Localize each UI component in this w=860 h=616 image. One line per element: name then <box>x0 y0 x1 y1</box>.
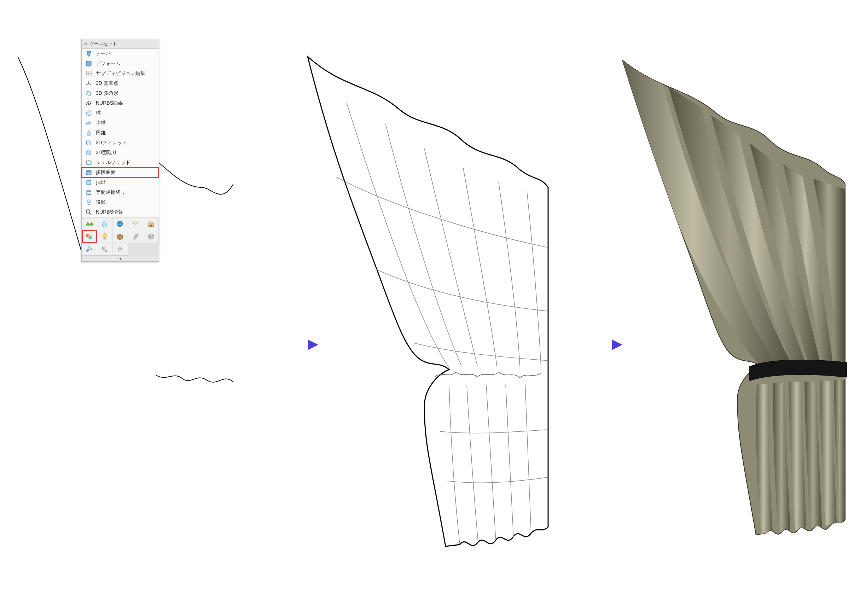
curtain-wireframe <box>293 50 562 555</box>
tool-label: 抽出 <box>96 179 106 186</box>
subdiv-icon <box>85 70 92 77</box>
tool-label: 3D面取り <box>96 150 117 156</box>
tool-sphere[interactable]: 球 <box>82 108 159 118</box>
tool-taper[interactable]: テーパ <box>82 49 159 59</box>
tool-label: 3D 基準点 <box>96 80 118 87</box>
tool-label: NURBS曲線 <box>96 100 123 107</box>
svg-point-3 <box>86 210 90 213</box>
wrench-icon[interactable] <box>82 243 97 255</box>
globe-icon[interactable] <box>113 218 128 230</box>
curtain-rendered <box>615 55 852 543</box>
tool-loft[interactable]: 多段曲面 <box>82 168 159 177</box>
tool-contour[interactable]: 等間隔輪切り <box>82 187 159 197</box>
deform-icon <box>85 60 92 67</box>
sphere-icon <box>85 110 92 117</box>
tool-label: デフォーム <box>96 61 121 67</box>
tool-shell[interactable]: シェルソリッド <box>82 158 159 168</box>
site-icon[interactable] <box>82 218 97 230</box>
svg-point-1 <box>86 111 91 116</box>
house-icon[interactable] <box>143 218 159 230</box>
contour-icon <box>85 189 92 196</box>
tool-label: 等間隔輪切り <box>96 189 126 196</box>
tool-label: サブディビジョン編集 <box>96 71 145 77</box>
tool-nurbscurve[interactable]: NURBS曲線 <box>82 98 159 108</box>
tool-fillet3d[interactable]: 3Dフィレット <box>82 138 159 148</box>
tool-label: 多段曲面 <box>96 169 116 176</box>
fillet3d-icon <box>85 140 92 146</box>
tool-label: 投影 <box>96 199 106 205</box>
tool-poly3d[interactable]: 3D 多角形 <box>82 88 159 98</box>
gears-icon[interactable] <box>97 243 113 255</box>
cone-icon <box>85 129 92 136</box>
tool-datum3d[interactable]: 3D 基準点 <box>82 78 159 88</box>
svg-point-12 <box>119 249 121 250</box>
tool-hemisphere[interactable]: 半球 <box>82 118 159 128</box>
sheet-icon[interactable] <box>143 230 159 243</box>
palette-title: ツールセット <box>89 41 117 47</box>
svg-rect-7 <box>88 234 91 237</box>
tool-label: NURBS情報 <box>96 209 123 215</box>
tool-label: シェルソリッド <box>96 160 130 166</box>
box-icon[interactable] <box>113 230 128 243</box>
svg-point-9 <box>102 247 105 250</box>
tool-label: テーパ <box>96 50 111 57</box>
shapes-icon[interactable] <box>82 230 97 243</box>
close-icon[interactable]: ✕ <box>84 41 87 46</box>
extract-icon <box>85 179 92 186</box>
poly3d-icon <box>85 90 92 97</box>
svg-point-10 <box>105 250 107 252</box>
tool-cone[interactable]: 円錐 <box>82 128 159 138</box>
tool-nurbsinfo[interactable]: NURBS情報 <box>82 207 159 217</box>
loft-icon <box>85 169 92 176</box>
tool-extract[interactable]: 抽出 <box>82 177 159 187</box>
tool-label: 半球 <box>96 120 106 126</box>
chamfer3d-icon <box>85 149 92 156</box>
hemisphere-icon <box>85 119 92 127</box>
taper-icon <box>85 50 92 57</box>
tool-label: 球 <box>96 110 101 116</box>
gear2-icon[interactable] <box>113 243 128 255</box>
arrow-step2 <box>573 336 622 355</box>
palette-titlebar[interactable]: ✕ ツールセット <box>82 39 159 49</box>
empty-cell <box>143 243 159 255</box>
project-icon <box>85 199 92 206</box>
nurbscurve-icon <box>85 100 92 107</box>
tool-subdiv[interactable]: サブディビジョン編集 <box>82 69 159 78</box>
datum3d-icon <box>85 80 92 87</box>
bulb-icon[interactable] <box>97 230 113 243</box>
svg-rect-8 <box>104 238 106 240</box>
nurbsinfo-icon <box>85 208 92 216</box>
tile-icon[interactable] <box>128 218 144 230</box>
tool-label: 3Dフィレット <box>96 140 127 146</box>
dropdown-handle-icon[interactable]: ▾ <box>82 255 159 261</box>
tool-label: 円錐 <box>96 130 106 136</box>
empty-cell <box>128 243 144 255</box>
shell-icon <box>85 159 92 166</box>
tool-deform[interactable]: デフォーム <box>82 59 159 69</box>
tool-project[interactable]: 投影 <box>82 197 159 207</box>
tool-chamfer3d[interactable]: 3D面取り <box>82 148 159 158</box>
drop-icon[interactable] <box>97 218 113 230</box>
tool-label: 3D 多角形 <box>96 90 118 97</box>
toolset-palette: ✕ ツールセット テーパデフォームサブディビジョン編集3D 基準点3D 多角形N… <box>81 39 159 262</box>
pencils-icon[interactable] <box>128 230 144 243</box>
